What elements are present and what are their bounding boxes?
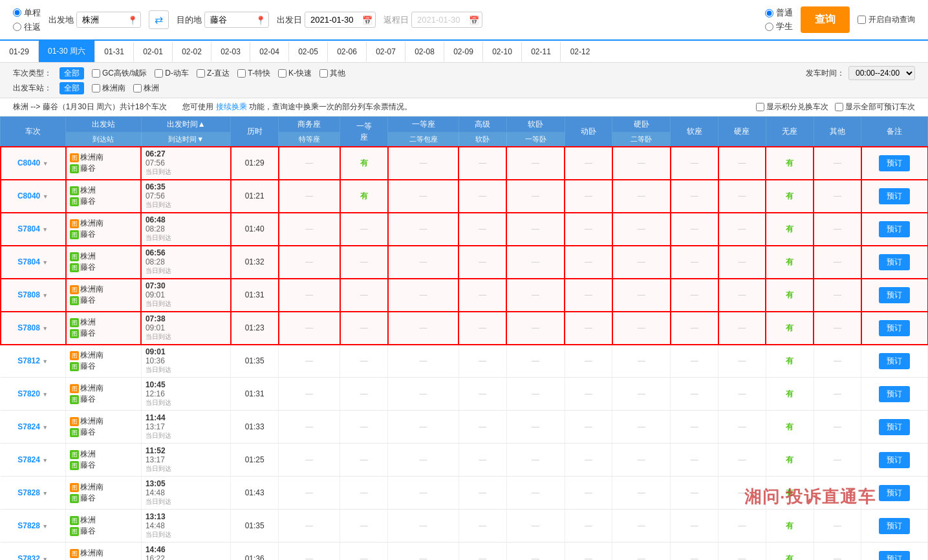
t-filter[interactable]: T-特快: [237, 68, 270, 79]
book-button[interactable]: 预订: [879, 485, 910, 501]
one-way-radio[interactable]: [13, 8, 21, 17]
date-tab-0206[interactable]: 02-06: [328, 42, 367, 61]
train-link[interactable]: S7808: [17, 323, 40, 332]
book-button[interactable]: 预订: [879, 188, 910, 204]
dropdown-arrow[interactable]: ▼: [42, 226, 48, 233]
show-all-label[interactable]: 显示全部可预订车次: [835, 102, 915, 113]
all-train-tag[interactable]: 全部: [59, 67, 84, 80]
zhuzhou-filter[interactable]: 株洲: [133, 83, 159, 94]
date-tab-0131[interactable]: 01-31: [95, 42, 134, 61]
train-link[interactable]: S7804: [17, 224, 40, 233]
train-link[interactable]: S7812: [17, 356, 40, 365]
train-link[interactable]: S7828: [17, 521, 40, 530]
other-cell: —: [814, 180, 861, 213]
yideng-cell: —: [340, 279, 388, 312]
book-button[interactable]: 预订: [879, 221, 910, 237]
dropdown-arrow[interactable]: ▼: [42, 358, 48, 365]
date-tab-0210[interactable]: 02-10: [483, 42, 522, 61]
auto-query-label[interactable]: 开启自动查询: [858, 14, 915, 25]
relay-transfer-link[interactable]: 接续换乘: [216, 102, 247, 111]
gc-filter[interactable]: GC高铁/城际: [92, 68, 147, 79]
book-button[interactable]: 预订: [879, 518, 910, 534]
student-ticket-label[interactable]: 学生: [765, 21, 793, 32]
other-filter[interactable]: 其他: [319, 68, 345, 79]
book-button[interactable]: 预订: [879, 155, 910, 171]
d-checkbox[interactable]: [155, 69, 163, 78]
train-link[interactable]: S7808: [17, 290, 40, 299]
book-button[interactable]: 预订: [879, 452, 910, 468]
dropdown-arrow[interactable]: ▼: [42, 259, 48, 266]
dropdown-arrow[interactable]: ▼: [42, 391, 48, 398]
book-button[interactable]: 预订: [879, 287, 910, 303]
date-tab-0207[interactable]: 02-07: [367, 42, 405, 61]
normal-ticket-radio[interactable]: [765, 9, 773, 17]
t-checkbox[interactable]: [237, 69, 246, 78]
th-time-depart[interactable]: 出发时间▲: [141, 117, 230, 133]
swap-button[interactable]: ⇄: [149, 10, 169, 29]
station-cell: 图株洲南 图藤谷: [66, 279, 142, 312]
round-trip-label[interactable]: 往返: [13, 21, 41, 33]
train-cell: S7824 ▼: [1, 444, 66, 477]
all-station-tag[interactable]: 全部: [59, 82, 84, 94]
show-points-label[interactable]: 显示积分兑换车次: [756, 102, 828, 113]
date-tab-0201[interactable]: 02-01: [134, 42, 173, 61]
dropdown-arrow[interactable]: ▼: [43, 193, 49, 200]
zhuzhounан-filter[interactable]: 株洲南: [92, 83, 125, 94]
date-tab-0129[interactable]: 01-29: [0, 42, 39, 61]
k-filter[interactable]: K-快速: [278, 68, 312, 79]
train-link[interactable]: S7824: [17, 422, 40, 431]
dropdown-arrow[interactable]: ▼: [42, 424, 48, 431]
dropdown-arrow[interactable]: ▼: [42, 292, 48, 299]
date-tab-0202[interactable]: 02-02: [173, 42, 211, 61]
train-link[interactable]: S7828: [17, 488, 40, 497]
train-link[interactable]: S7832: [17, 554, 40, 560]
date-tab-0203[interactable]: 02-03: [211, 42, 250, 61]
table-row: S7828 ▼ 图株洲南 图藤谷 13:05 14:48 当日到达 01:43 …: [1, 477, 928, 510]
book-button[interactable]: 预订: [879, 320, 910, 336]
normal-ticket-label[interactable]: 普通: [765, 7, 793, 19]
date-tab-0212[interactable]: 02-12: [561, 42, 599, 61]
show-all-checkbox[interactable]: [835, 103, 843, 111]
query-button[interactable]: 查询: [801, 6, 850, 33]
k-checkbox[interactable]: [278, 69, 286, 78]
dropdown-arrow[interactable]: ▼: [42, 325, 48, 332]
other-cell: —: [814, 246, 861, 279]
gc-checkbox[interactable]: [92, 69, 100, 78]
book-button[interactable]: 预订: [879, 386, 910, 402]
train-link[interactable]: S7820: [17, 389, 40, 398]
date-tab-0208[interactable]: 02-08: [405, 42, 444, 61]
book-button[interactable]: 预订: [879, 551, 910, 561]
z-checkbox[interactable]: [197, 69, 205, 78]
th-time-arrive[interactable]: 到达时间▼: [141, 133, 230, 147]
depart-time-select[interactable]: 00:00--24:00: [848, 66, 915, 80]
book-button[interactable]: 预订: [879, 353, 910, 369]
zhuzhounан-checkbox[interactable]: [92, 84, 100, 92]
book-button[interactable]: 预订: [879, 254, 910, 270]
train-link[interactable]: S7824: [17, 455, 40, 464]
other-checkbox[interactable]: [319, 69, 328, 78]
date-tab-0130[interactable]: 01-30 周六: [39, 41, 95, 62]
dropdown-arrow[interactable]: ▼: [42, 523, 48, 530]
train-link[interactable]: C8040: [17, 158, 40, 167]
date-tab-0211[interactable]: 02-11: [522, 42, 561, 61]
train-link[interactable]: C8040: [17, 191, 40, 200]
z-filter[interactable]: Z-直达: [197, 68, 230, 79]
one-way-label[interactable]: 单程: [13, 7, 41, 19]
student-ticket-radio[interactable]: [765, 23, 773, 31]
yingzuo-cell: —: [718, 477, 766, 510]
show-points-checkbox[interactable]: [756, 103, 764, 111]
train-link[interactable]: S7804: [17, 257, 40, 266]
zhuzhou-checkbox[interactable]: [133, 84, 142, 92]
dropdown-arrow[interactable]: ▼: [42, 556, 48, 560]
book-button[interactable]: 预订: [879, 419, 910, 435]
dropdown-arrow[interactable]: ▼: [43, 160, 49, 167]
d-filter[interactable]: D-动车: [155, 68, 189, 79]
dropdown-arrow[interactable]: ▼: [42, 490, 48, 497]
erdeng-cell: —: [388, 147, 459, 180]
dropdown-arrow[interactable]: ▼: [42, 457, 48, 464]
date-tab-0205[interactable]: 02-05: [289, 42, 328, 61]
date-tab-0209[interactable]: 02-09: [444, 42, 483, 61]
round-trip-radio[interactable]: [13, 23, 21, 31]
date-tab-0204[interactable]: 02-04: [250, 42, 289, 61]
auto-query-checkbox[interactable]: [858, 16, 866, 24]
